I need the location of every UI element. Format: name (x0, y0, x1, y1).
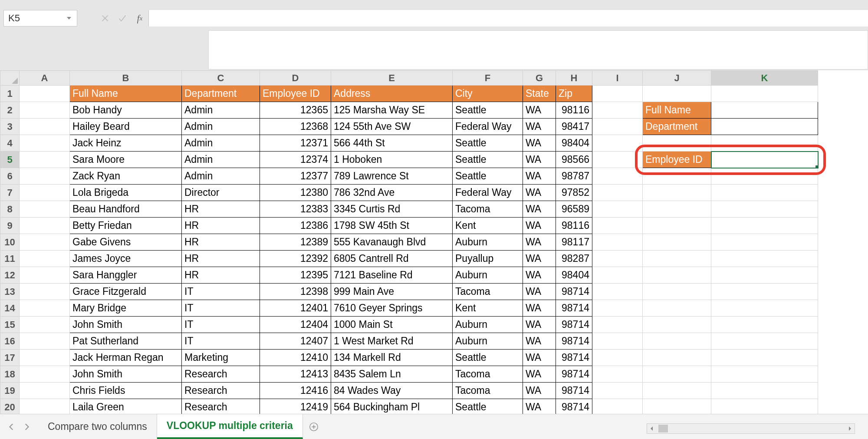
cell-K17[interactable] (711, 350, 818, 366)
cell-B18[interactable]: John Smith (70, 366, 182, 383)
cell-J1[interactable] (643, 86, 711, 102)
cell-F8[interactable]: Tacoma (453, 201, 523, 218)
cell-I18[interactable] (592, 366, 643, 383)
cell-B16[interactable]: Pat Sutherland (70, 333, 182, 350)
cell-H15[interactable]: 98714 (556, 317, 592, 333)
cell-H14[interactable]: 98714 (556, 300, 592, 317)
cell-H9[interactable]: 98116 (556, 218, 592, 234)
cell-I9[interactable] (592, 218, 643, 234)
row-header-20[interactable]: 20 (0, 399, 20, 416)
cell-B9[interactable]: Betty Friedan (70, 218, 182, 234)
cell-K3[interactable] (711, 119, 818, 135)
row-header-11[interactable]: 11 (0, 251, 20, 267)
cell-K2[interactable] (711, 102, 818, 119)
cell-G10[interactable]: WA (523, 234, 556, 251)
cell-H10[interactable]: 98117 (556, 234, 592, 251)
cell-A13[interactable] (20, 284, 70, 300)
cell-B5[interactable]: Sara Moore (70, 152, 182, 168)
cell-B14[interactable]: Mary Bridge (70, 300, 182, 317)
spreadsheet-grid[interactable]: ABCDEFGHIJK1Full NameDepartmentEmployee … (0, 70, 868, 414)
cell-F5[interactable]: Seattle (453, 152, 523, 168)
cell-G9[interactable]: WA (523, 218, 556, 234)
cell-A10[interactable] (20, 234, 70, 251)
cell-C19[interactable]: Research (182, 383, 260, 399)
cell-D16[interactable]: 12407 (260, 333, 331, 350)
row-header-12[interactable]: 12 (0, 267, 20, 284)
cell-B2[interactable]: Bob Handy (70, 102, 182, 119)
cell-C9[interactable]: HR (182, 218, 260, 234)
cell-B4[interactable]: Jack Heinz (70, 135, 182, 152)
row-header-17[interactable]: 17 (0, 350, 20, 366)
cell-G17[interactable]: WA (523, 350, 556, 366)
cell-C17[interactable]: Marketing (182, 350, 260, 366)
cell-I16[interactable] (592, 333, 643, 350)
cell-J2[interactable]: Full Name (643, 102, 711, 119)
cell-B11[interactable]: James Joyce (70, 251, 182, 267)
cell-E12[interactable]: 7121 Baseline Rd (331, 267, 453, 284)
cell-B10[interactable]: Gabe Givens (70, 234, 182, 251)
cell-A9[interactable] (20, 218, 70, 234)
row-header-13[interactable]: 13 (0, 284, 20, 300)
cell-K19[interactable] (711, 383, 818, 399)
formula-input[interactable] (148, 10, 868, 26)
cell-C12[interactable]: HR (182, 267, 260, 284)
cell-E6[interactable]: 789 Lawrence St (331, 168, 453, 185)
cell-D8[interactable]: 12383 (260, 201, 331, 218)
cell-G3[interactable]: WA (523, 119, 556, 135)
cell-D2[interactable]: 12365 (260, 102, 331, 119)
cell-K8[interactable] (711, 201, 818, 218)
cell-A4[interactable] (20, 135, 70, 152)
cell-I3[interactable] (592, 119, 643, 135)
row-header-10[interactable]: 10 (0, 234, 20, 251)
col-header-B[interactable]: B (70, 71, 182, 86)
scroll-right-icon[interactable] (845, 424, 855, 433)
cell-K6[interactable] (711, 168, 818, 185)
row-header-2[interactable]: 2 (0, 102, 20, 119)
cell-D4[interactable]: 12371 (260, 135, 331, 152)
cell-G16[interactable]: WA (523, 333, 556, 350)
cell-G15[interactable]: WA (523, 317, 556, 333)
cell-C10[interactable]: HR (182, 234, 260, 251)
cell-F4[interactable]: Seattle (453, 135, 523, 152)
cell-K10[interactable] (711, 234, 818, 251)
cell-E19[interactable]: 84 Wades Way (331, 383, 453, 399)
cell-J16[interactable] (643, 333, 711, 350)
cell-I6[interactable] (592, 168, 643, 185)
cell-G20[interactable]: WA (523, 399, 556, 416)
cell-F1[interactable]: City (453, 86, 523, 102)
cell-H17[interactable]: 98714 (556, 350, 592, 366)
cell-K1[interactable] (711, 86, 818, 102)
cell-B19[interactable]: Chris Fields (70, 383, 182, 399)
cell-H3[interactable]: 98417 (556, 119, 592, 135)
cell-F14[interactable]: Kent (453, 300, 523, 317)
col-header-C[interactable]: C (182, 71, 260, 86)
cell-E10[interactable]: 555 Kavanaugh Blvd (331, 234, 453, 251)
cell-I14[interactable] (592, 300, 643, 317)
cell-E15[interactable]: 1000 Main St (331, 317, 453, 333)
cell-D18[interactable]: 12413 (260, 366, 331, 383)
cell-I10[interactable] (592, 234, 643, 251)
cell-C2[interactable]: Admin (182, 102, 260, 119)
cell-K9[interactable] (711, 218, 818, 234)
cell-C1[interactable]: Department (182, 86, 260, 102)
cell-A18[interactable] (20, 366, 70, 383)
cell-K16[interactable] (711, 333, 818, 350)
cell-B20[interactable]: Laila Green (70, 399, 182, 416)
select-all-corner[interactable] (0, 71, 20, 86)
cell-B1[interactable]: Full Name (70, 86, 182, 102)
cell-D3[interactable]: 12368 (260, 119, 331, 135)
cell-F3[interactable]: Federal Way (453, 119, 523, 135)
cell-F10[interactable]: Auburn (453, 234, 523, 251)
row-header-3[interactable]: 3 (0, 119, 20, 135)
cell-C15[interactable]: IT (182, 317, 260, 333)
cell-A17[interactable] (20, 350, 70, 366)
cell-B3[interactable]: Hailey Beard (70, 119, 182, 135)
cell-F15[interactable]: Auburn (453, 317, 523, 333)
cell-F9[interactable]: Kent (453, 218, 523, 234)
cell-J19[interactable] (643, 383, 711, 399)
cell-E20[interactable]: 564 Buckingham Pl (331, 399, 453, 416)
cell-K20[interactable] (711, 399, 818, 416)
col-header-E[interactable]: E (331, 71, 453, 86)
cell-F19[interactable]: Tacoma (453, 383, 523, 399)
cell-C5[interactable]: Admin (182, 152, 260, 168)
